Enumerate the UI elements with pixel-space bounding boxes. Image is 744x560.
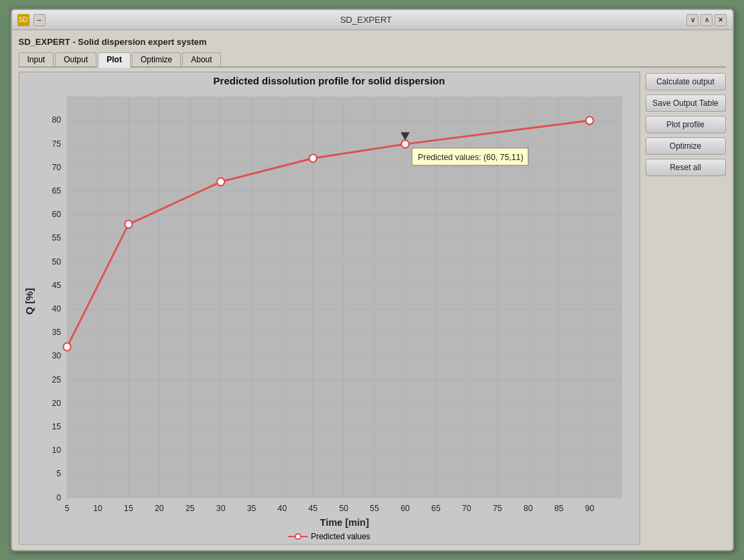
svg-text:90: 90 [585,504,594,513]
legend-item: Predicted values [288,532,370,541]
svg-text:30: 30 [52,351,61,360]
svg-text:70: 70 [462,504,471,513]
svg-text:10: 10 [93,504,102,513]
svg-text:65: 65 [52,186,61,196]
svg-rect-0 [67,97,621,498]
svg-text:40: 40 [277,504,287,513]
svg-text:15: 15 [124,504,133,513]
tab-optimize[interactable]: Optimize [132,52,181,66]
main-content: Predicted dissolution profile for solid … [19,72,726,545]
close-button[interactable]: ✕ [715,14,727,26]
svg-text:45: 45 [52,281,61,290]
svg-text:20: 20 [52,399,61,408]
svg-text:40: 40 [52,304,61,313]
svg-text:80: 80 [52,115,61,125]
window-body: SD_EXPERT - Solid dispersion expert syst… [12,30,733,550]
tab-output[interactable]: Output [55,52,96,66]
svg-text:30: 30 [216,504,225,513]
chart-legend: Predicted values [22,532,637,541]
svg-point-79 [401,140,408,148]
svg-point-78 [309,154,316,162]
reset-all-button[interactable]: Reset all [646,159,726,176]
window-title: SD_EXPERT [340,15,392,25]
svg-text:Predicted values: (60, 75,11): Predicted values: (60, 75,11) [418,152,523,161]
title-bar-left: SD – [17,14,46,26]
svg-text:15: 15 [52,422,61,431]
svg-point-77 [217,178,224,186]
svg-text:Q [%]: Q [%] [23,288,34,315]
svg-text:50: 50 [339,504,348,513]
svg-text:60: 60 [52,210,61,219]
app-title: SD_EXPERT - Solid dispersion expert syst… [19,36,726,48]
sidebar: Calculate output Save Output Table Plot … [646,72,726,545]
svg-text:20: 20 [155,504,164,513]
svg-text:75: 75 [492,504,502,513]
svg-text:0: 0 [56,492,61,502]
svg-text:45: 45 [308,504,317,513]
expand-button[interactable]: ∧ [700,14,713,26]
svg-text:25: 25 [185,504,194,513]
tab-input[interactable]: Input [19,52,54,66]
main-window: SD – SD_EXPERT ∨ ∧ ✕ SD_EXPERT - Solid d… [11,9,734,551]
chart-area: 0 5 10 15 20 25 30 35 40 45 50 55 60 65 [22,89,637,529]
svg-text:80: 80 [523,504,532,513]
svg-point-75 [63,343,70,351]
save-output-table-button[interactable]: Save Output Table [646,94,726,112]
svg-text:25: 25 [52,374,61,384]
svg-point-80 [585,117,593,125]
svg-text:5: 5 [64,504,69,513]
tab-bar: Input Output Plot Optimize About [19,52,726,68]
window-controls: ∨ ∧ ✕ [686,14,727,26]
title-bar: SD – SD_EXPERT ∨ ∧ ✕ [12,10,733,30]
tab-plot[interactable]: Plot [98,52,131,68]
legend-label: Predicted values [311,532,370,541]
collapse-button[interactable]: ∨ [686,14,698,26]
svg-point-76 [125,220,132,228]
minimize-button[interactable]: – [33,14,46,26]
svg-text:55: 55 [52,233,61,242]
chart-title: Predicted dissolution profile for solid … [22,75,637,86]
svg-text:Time [min]: Time [min] [319,517,368,528]
tab-about[interactable]: About [182,52,220,66]
chart-panel: Predicted dissolution profile for solid … [19,72,640,545]
svg-text:60: 60 [400,504,410,513]
svg-text:50: 50 [52,257,61,266]
svg-point-85 [295,534,301,539]
svg-text:5: 5 [56,469,61,478]
svg-text:65: 65 [431,504,441,513]
svg-text:10: 10 [52,445,61,455]
app-icon: SD [17,14,29,26]
svg-text:35: 35 [52,328,61,337]
calculate-output-button[interactable]: Calculate output [646,73,726,90]
svg-text:70: 70 [52,163,61,172]
optimize-button[interactable]: Optimize [646,137,726,155]
svg-text:85: 85 [554,504,563,513]
plot-profile-button[interactable]: Plot profile [646,116,726,133]
svg-text:35: 35 [246,504,256,513]
chart-svg: 0 5 10 15 20 25 30 35 40 45 50 55 60 65 [22,89,637,529]
svg-text:75: 75 [52,139,61,148]
svg-text:55: 55 [370,504,379,513]
